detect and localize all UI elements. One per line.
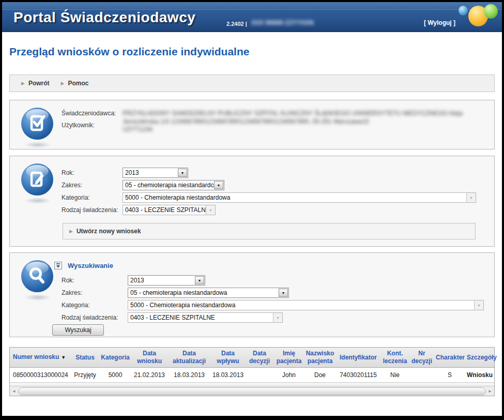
column-header-numer-wniosku[interactable]: Numer wniosku▼ <box>10 348 71 368</box>
balloon-blue-icon <box>459 6 468 16</box>
column-header-status[interactable]: Status <box>71 348 99 368</box>
search-rodzaj-swiadczenia-select: 0403 - LECZENIE SZPITALNE ▼ <box>128 312 283 323</box>
page-content: Przegląd wniosków o rozliczenie indywidu… <box>2 46 502 396</box>
sort-desc-icon: ▼ <box>61 355 66 360</box>
cell-status: Przyjęty <box>71 368 99 383</box>
rodzaj-swiadczenia-label: Rodzaj świadczenia: <box>62 314 128 321</box>
cell-identyfikator: 74030201115 <box>336 368 380 383</box>
cell-data-decyzji <box>245 368 274 383</box>
column-header-data-aktualizacji[interactable]: Data aktualizacji <box>167 348 211 368</box>
zakres-select[interactable]: 05 - chemioterapia niestandardowa ▼ <box>123 180 224 190</box>
zakres-label: Zakres: <box>62 182 123 189</box>
column-header-identyfikator[interactable]: Identyfikator <box>336 348 380 368</box>
column-header-data-wniosku[interactable]: Data wniosku <box>131 348 167 368</box>
table-row: 0850000313000024 Przyjęty 5000 21.02.201… <box>10 368 494 383</box>
scroll-right-icon[interactable]: ► <box>486 387 494 396</box>
column-header-szczegoly[interactable]: Szczegóły <box>465 348 494 368</box>
chevron-down-icon[interactable]: ▼ <box>195 276 204 284</box>
search-panel: Wyszukiwanie Rok: 2013 ▼ Zakres: 05 - ch… <box>9 252 495 337</box>
provider-info-panel: Świadczeniodawca: Użytkownik: PRZYKŁADOW… <box>9 100 495 149</box>
create-new-request-button[interactable]: ▶ Utwórz nowy wniosek <box>63 223 476 239</box>
column-header-nr-decyzji[interactable]: Nr decyzji <box>409 348 434 368</box>
back-button[interactable]: ▶ Powrót <box>21 80 50 87</box>
cell-nazwisko-pacjenta: Doe <box>304 368 336 383</box>
horizontal-scrollbar[interactable]: ◄ ► <box>10 386 494 396</box>
cell-data-aktualizacji: 18.03.2013 <box>167 368 211 383</box>
rodzaj-swiadczenia-select: 0403 - LECZENIE SZPITALNE ▼ <box>123 205 216 215</box>
kategoria-label: Kategoria: <box>62 302 128 309</box>
user-label: Użytkownik: <box>62 122 123 129</box>
header-top-band <box>2 2 502 10</box>
collapse-section-icon[interactable] <box>54 262 62 269</box>
column-header-imie-pacjenta[interactable]: Imię pacjenta <box>274 348 304 368</box>
chevron-down-icon[interactable]: ▼ <box>178 169 187 177</box>
column-header-kont-leczenia[interactable]: Kont. leczenia <box>380 348 409 368</box>
horizontal-scrollbar-thumb[interactable] <box>18 387 486 395</box>
provider-value-redacted: PRZYKŁADOWY SAMODZIELNY PUBLICZNY SZPITA… <box>123 110 484 126</box>
search-rok-select[interactable]: 2013 ▼ <box>128 275 205 286</box>
cell-charakter: S <box>434 368 465 383</box>
rok-label: Rok: <box>62 169 123 176</box>
column-header-nazwisko-pacjenta[interactable]: Nazwisko pacjenta <box>304 348 336 368</box>
app-header: Portal Świadczeniodawcy 2.2402 | XXX NNN… <box>2 2 502 32</box>
provider-info: Świadczeniodawca: Użytkownik: PRZYKŁADOW… <box>62 110 485 134</box>
results-grid: Numer wniosku▼ Status Kategoria Data wni… <box>9 347 495 396</box>
chevron-down-icon: ▼ <box>206 205 215 215</box>
rok-select[interactable]: 2013 ▼ <box>123 168 188 178</box>
arrow-right-icon: ▶ <box>61 81 65 86</box>
arrow-right-icon: ▶ <box>69 229 73 234</box>
cell-nr-decyzji <box>409 368 434 383</box>
column-header-kategoria[interactable]: Kategoria <box>99 348 131 368</box>
column-header-charakter[interactable]: Charakter <box>434 348 465 368</box>
search-section-title: Wyszukiwanie <box>68 262 113 269</box>
page-title: Przegląd wniosków o rozliczenie indywidu… <box>9 46 495 58</box>
cell-kont-leczenia: Nie <box>380 368 409 383</box>
check-document-sphere-icon <box>21 108 54 149</box>
app-version: 2.2402 | <box>226 21 247 27</box>
search-kategoria-select: 5000 - Chemioterapia niestandardowa ▼ <box>128 300 484 310</box>
app-title: Portal Świadczeniodawcy <box>13 9 195 26</box>
toolbar: ▶ Powrót ▶ Pomoc <box>9 74 495 92</box>
cell-data-wplywu: 18.03.2013 <box>211 368 245 383</box>
create-request-panel: Rok: 2013 ▼ Zakres: 05 - chemioterapia n… <box>9 156 495 247</box>
chevron-down-icon: ▼ <box>466 193 476 202</box>
column-header-data-wplywu[interactable]: Data wpływu <box>211 348 245 368</box>
search-zakres-select[interactable]: 05 - chemioterapia niestandardowa ▼ <box>128 288 289 298</box>
provider-label: Świadczeniodawca: <box>62 110 123 117</box>
request-details-link[interactable]: Wniosku <box>465 368 494 383</box>
cell-kategoria: 5000 <box>99 368 131 383</box>
grid-header-row: Numer wniosku▼ Status Kategoria Data wni… <box>10 348 494 368</box>
edit-sphere-icon <box>21 163 54 207</box>
chevron-down-icon[interactable]: ▼ <box>279 289 288 297</box>
rok-label: Rok: <box>62 277 128 284</box>
search-sphere-icon <box>21 260 54 304</box>
rodzaj-swiadczenia-label: Rodzaj świadczenia: <box>62 206 123 214</box>
kategoria-select: 5000 - Chemioterapia niestandardowa ▼ <box>123 192 476 203</box>
user-value-redacted: UZYT1234 <box>123 126 484 134</box>
zakres-label: Zakres: <box>62 289 128 296</box>
column-header-data-decyzji[interactable]: Data decyzji <box>245 348 274 368</box>
chevron-down-icon: ▼ <box>273 313 282 322</box>
arrow-right-icon: ▶ <box>21 81 25 86</box>
help-button[interactable]: ▶ Pomoc <box>61 80 89 87</box>
logged-in-user-redacted: XXX NNNN ZZYYXXN <box>251 19 314 26</box>
cell-numer-wniosku: 0850000313000024 <box>10 368 71 383</box>
cell-imie-pacjenta: John <box>274 368 304 383</box>
balloon-green-icon <box>484 4 498 19</box>
chevron-down-icon: ▼ <box>474 301 483 310</box>
chevron-down-icon[interactable]: ▼ <box>214 181 223 189</box>
logout-link[interactable]: [ Wyloguj ] <box>424 19 455 26</box>
cell-data-wniosku: 21.02.2013 <box>131 368 167 383</box>
kategoria-label: Kategoria: <box>62 194 123 201</box>
search-button[interactable]: Wyszukaj <box>52 324 104 336</box>
scroll-left-icon[interactable]: ◄ <box>10 387 18 396</box>
